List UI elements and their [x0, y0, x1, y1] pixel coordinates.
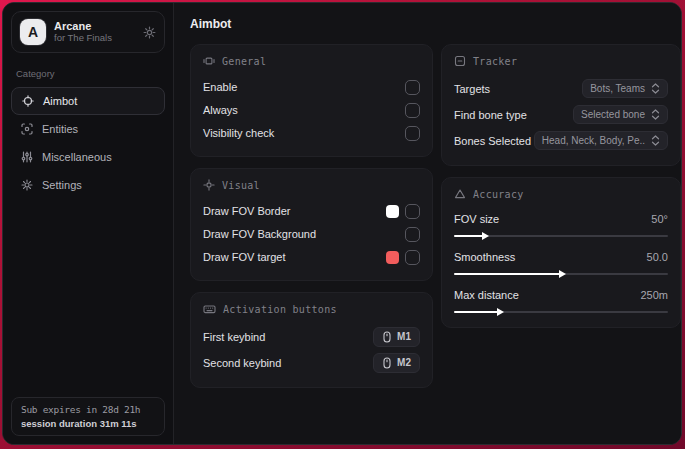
- subscription-box: Sub expires in 28d 21h session duration …: [11, 397, 165, 436]
- box-select-icon: [203, 55, 215, 67]
- card-title: General: [222, 56, 266, 67]
- dropdown-value: Selected bone: [581, 109, 645, 120]
- setting-row-draw-fov-target: Draw FOV target: [203, 246, 420, 268]
- bones-selected-dropdown[interactable]: Head, Neck, Body, Pe..: [534, 131, 668, 150]
- card-title: Accuracy: [473, 189, 524, 200]
- mouse-icon: [382, 331, 392, 343]
- smoothness-slider[interactable]: [454, 273, 668, 275]
- sidebar-item-label: Entities: [42, 123, 78, 135]
- triangle-icon: [454, 188, 466, 200]
- sub-expiry-text: Sub expires in 28d 21h: [21, 404, 155, 415]
- app-header-card: A Arcane for The Finals: [11, 11, 165, 53]
- find-bone-type-dropdown[interactable]: Selected bone: [573, 105, 668, 124]
- chevrons-up-down-icon: [651, 109, 660, 120]
- setting-label: Draw FOV target: [203, 251, 286, 263]
- app-subtitle: for The Finals: [54, 33, 135, 44]
- setting-label: Second keybind: [203, 357, 281, 369]
- card-title: Visual: [222, 180, 260, 191]
- slider-fill: [454, 273, 561, 275]
- keybind-value: M2: [397, 357, 411, 368]
- main-content: Aimbot General: [174, 3, 681, 444]
- card-title: Activation buttons: [223, 304, 337, 315]
- keyboard-icon: [203, 303, 216, 315]
- draw-fov-border-checkbox[interactable]: [405, 204, 420, 219]
- tracker-card: Tracker Targets Bots, Teams: [441, 44, 681, 166]
- sidebar-item-label: Miscellaneous: [42, 151, 112, 163]
- visibility-check-checkbox[interactable]: [405, 126, 420, 141]
- accuracy-card: Accuracy FOV size 50° Smoothness: [441, 177, 681, 328]
- slider-fill: [454, 235, 484, 237]
- sidebar-item-label: Aimbot: [43, 95, 77, 107]
- sidebar-item-entities[interactable]: Entities: [11, 115, 165, 143]
- sidebar-item-settings[interactable]: Settings: [11, 171, 165, 199]
- tracker-card-header: Tracker: [454, 55, 668, 67]
- setting-label: Find bone type: [454, 109, 527, 121]
- color-swatch-white[interactable]: [386, 205, 399, 218]
- chevrons-up-down-icon: [651, 83, 660, 94]
- session-duration-text: session duration 31m 11s: [21, 418, 155, 429]
- activation-card: Activation buttons First keybind M1: [190, 292, 433, 388]
- slider-block-smoothness: Smoothness 50.0: [454, 247, 668, 275]
- right-column: Tracker Targets Bots, Teams: [441, 44, 681, 328]
- setting-label: Enable: [203, 81, 237, 93]
- setting-row-first-keybind: First keybind M1: [203, 324, 420, 349]
- slider-label: Smoothness: [454, 251, 515, 263]
- always-checkbox[interactable]: [405, 103, 420, 118]
- sliders-icon: [21, 151, 33, 163]
- visual-card: Visual Draw FOV Border Draw FOV Backgrou…: [190, 168, 433, 281]
- setting-label: Visibility check: [203, 127, 274, 139]
- setting-label: Draw FOV Border: [203, 205, 290, 217]
- setting-label: Always: [203, 104, 238, 116]
- general-card: General Enable Always Visibility check: [190, 44, 433, 157]
- setting-row-draw-fov-background: Draw FOV Background: [203, 223, 420, 245]
- draw-fov-background-checkbox[interactable]: [405, 227, 420, 242]
- slider-block-max-distance: Max distance 250m: [454, 285, 668, 313]
- fov-size-slider[interactable]: [454, 235, 668, 237]
- focus-icon: [203, 179, 215, 191]
- gear-icon[interactable]: [143, 26, 156, 39]
- sidebar: A Arcane for The Finals Category Aimbot: [3, 3, 174, 444]
- sidebar-spacer: [11, 199, 165, 397]
- crosshair-icon: [22, 95, 34, 107]
- setting-row-always: Always: [203, 99, 420, 121]
- keybind-value: M1: [397, 331, 411, 342]
- setting-row-bones-selected: Bones Selected Head, Neck, Body, Pe..: [454, 128, 668, 153]
- max-distance-slider[interactable]: [454, 311, 668, 313]
- left-column: General Enable Always Visibility check: [190, 44, 433, 388]
- app-window: A Arcane for The Finals Category Aimbot: [2, 2, 682, 445]
- sidebar-item-label: Settings: [42, 179, 82, 191]
- visual-card-header: Visual: [203, 179, 420, 191]
- activation-card-header: Activation buttons: [203, 303, 420, 315]
- page-title: Aimbot: [190, 17, 668, 31]
- enable-checkbox[interactable]: [405, 80, 420, 95]
- second-keybind-button[interactable]: M2: [373, 353, 420, 373]
- color-swatch-red[interactable]: [386, 251, 399, 264]
- accuracy-card-header: Accuracy: [454, 188, 668, 200]
- sidebar-item-miscellaneous[interactable]: Miscellaneous: [11, 143, 165, 171]
- setting-label: First keybind: [203, 331, 265, 343]
- card-columns: General Enable Always Visibility check: [190, 44, 668, 388]
- draw-fov-target-checkbox[interactable]: [405, 250, 420, 265]
- setting-row-enable: Enable: [203, 76, 420, 98]
- app-meta: Arcane for The Finals: [54, 20, 135, 44]
- slider-value: 50°: [651, 213, 668, 225]
- dropdown-value: Head, Neck, Body, Pe..: [542, 135, 645, 146]
- setting-row-second-keybind: Second keybind M2: [203, 350, 420, 375]
- gear-icon: [21, 179, 33, 191]
- targets-dropdown[interactable]: Bots, Teams: [582, 79, 668, 98]
- app-logo: A: [20, 19, 46, 45]
- setting-label: Draw FOV Background: [203, 228, 316, 240]
- first-keybind-button[interactable]: M1: [373, 327, 420, 347]
- slider-label: Max distance: [454, 289, 519, 301]
- minus-square-icon: [454, 55, 466, 67]
- card-title: Tracker: [473, 56, 517, 67]
- setting-row-draw-fov-border: Draw FOV Border: [203, 200, 420, 222]
- slider-fill: [454, 311, 499, 313]
- sidebar-item-aimbot[interactable]: Aimbot: [11, 87, 165, 115]
- category-label: Category: [16, 68, 165, 79]
- app-title: Arcane: [54, 20, 135, 33]
- setting-row-visibility-check: Visibility check: [203, 122, 420, 144]
- dropdown-value: Bots, Teams: [590, 83, 645, 94]
- general-card-header: General: [203, 55, 420, 67]
- setting-label: Bones Selected: [454, 135, 531, 147]
